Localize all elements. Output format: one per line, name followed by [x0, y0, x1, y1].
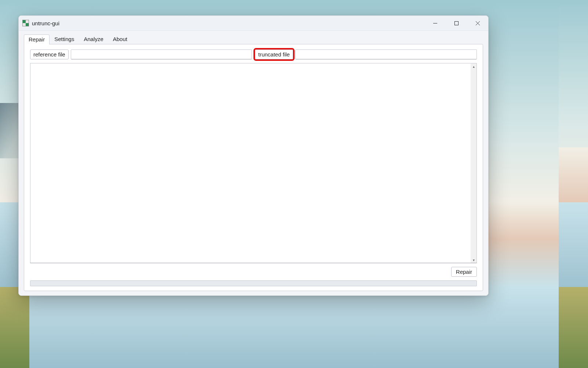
tab-analyze[interactable]: Analyze	[79, 34, 108, 44]
log-output-wrap: ▴ ▾	[30, 63, 477, 263]
desktop-wallpaper: untrunc-gui Repair Settings Analyze Abou…	[0, 0, 588, 368]
truncated-file-group: truncated file	[255, 49, 477, 59]
repair-button[interactable]: Repair	[451, 267, 477, 277]
wallpaper-right	[559, 0, 588, 368]
minimize-button[interactable]	[424, 16, 446, 30]
reference-file-button[interactable]: reference file	[30, 49, 69, 59]
client-area: Repair Settings Analyze About reference …	[19, 31, 488, 295]
tab-page-repair: reference file truncated file ▴ ▾	[24, 44, 483, 291]
log-output[interactable]	[30, 63, 471, 263]
scroll-up-icon[interactable]: ▴	[471, 63, 476, 69]
log-scrollbar[interactable]: ▴ ▾	[471, 63, 476, 263]
tab-repair[interactable]: Repair	[24, 34, 50, 44]
app-window: untrunc-gui Repair Settings Analyze Abou…	[18, 15, 489, 296]
tab-settings[interactable]: Settings	[50, 34, 79, 44]
action-row: Repair	[30, 267, 477, 277]
truncated-file-input[interactable]	[295, 49, 477, 59]
scroll-down-icon[interactable]: ▾	[471, 257, 476, 263]
reference-file-group: reference file	[30, 49, 252, 59]
tab-about[interactable]: About	[108, 34, 132, 44]
svg-rect-1	[454, 21, 458, 25]
reference-file-input[interactable]	[71, 49, 252, 59]
file-row: reference file truncated file	[30, 49, 477, 59]
app-icon	[22, 20, 29, 26]
maximize-button[interactable]	[446, 16, 467, 30]
tab-row: Repair Settings Analyze About	[24, 33, 483, 44]
progress-bar	[30, 280, 477, 286]
window-title: untrunc-gui	[32, 20, 59, 26]
truncated-file-button[interactable]: truncated file	[255, 49, 293, 59]
title-bar[interactable]: untrunc-gui	[19, 16, 488, 31]
close-button[interactable]	[467, 16, 488, 30]
